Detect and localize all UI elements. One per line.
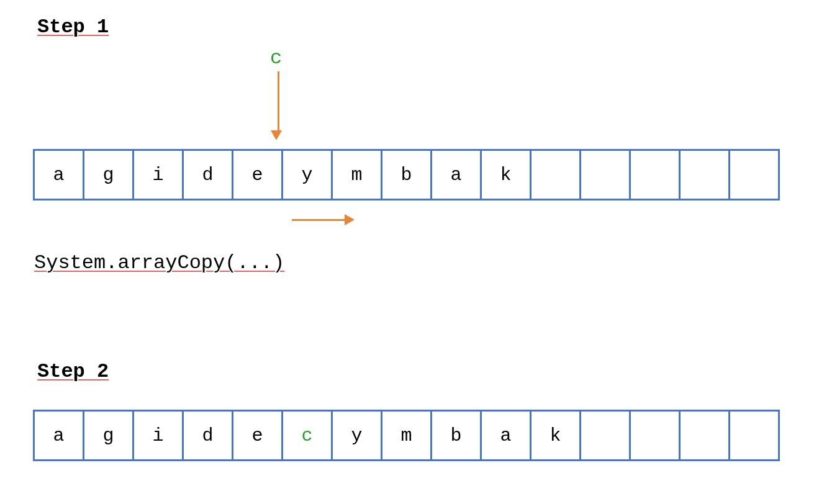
array-cell: a bbox=[33, 410, 84, 461]
step2-array: a g i d e c y m b a k bbox=[33, 410, 780, 461]
array-cell: d bbox=[182, 410, 233, 461]
down-arrow-icon bbox=[275, 71, 282, 140]
array-cell: y bbox=[331, 410, 382, 461]
array-cell bbox=[728, 149, 780, 200]
array-cell bbox=[629, 410, 681, 461]
array-cell: e bbox=[232, 149, 283, 200]
array-cell: a bbox=[430, 149, 482, 200]
array-cell bbox=[530, 149, 581, 200]
array-cell: d bbox=[182, 149, 233, 200]
array-cell: g bbox=[83, 410, 134, 461]
insert-char-label: c bbox=[270, 47, 282, 70]
array-cell: e bbox=[232, 410, 283, 461]
step1-caption: System.arrayCopy(...) bbox=[34, 251, 284, 274]
array-cell: y bbox=[281, 149, 333, 200]
array-cell: k bbox=[480, 149, 532, 200]
step1-array: a g i d e y m b a k bbox=[33, 149, 780, 200]
shift-right-arrow-icon bbox=[292, 214, 355, 225]
array-cell: b bbox=[381, 149, 432, 200]
array-cell: i bbox=[132, 410, 184, 461]
step2-title: Step 2 bbox=[37, 360, 109, 383]
array-cell bbox=[579, 149, 631, 200]
array-cell bbox=[679, 410, 730, 461]
array-cell-inserted: c bbox=[281, 410, 333, 461]
array-cell bbox=[679, 149, 730, 200]
array-cell: m bbox=[381, 410, 432, 461]
array-cell: a bbox=[480, 410, 532, 461]
array-cell: b bbox=[430, 410, 482, 461]
array-cell bbox=[579, 410, 631, 461]
array-cell: a bbox=[33, 149, 84, 200]
array-cell: g bbox=[83, 149, 134, 200]
array-cell: k bbox=[530, 410, 581, 461]
array-cell: i bbox=[132, 149, 184, 200]
array-cell bbox=[629, 149, 681, 200]
step1-title: Step 1 bbox=[37, 16, 109, 38]
array-cell bbox=[728, 410, 780, 461]
array-cell: m bbox=[331, 149, 382, 200]
